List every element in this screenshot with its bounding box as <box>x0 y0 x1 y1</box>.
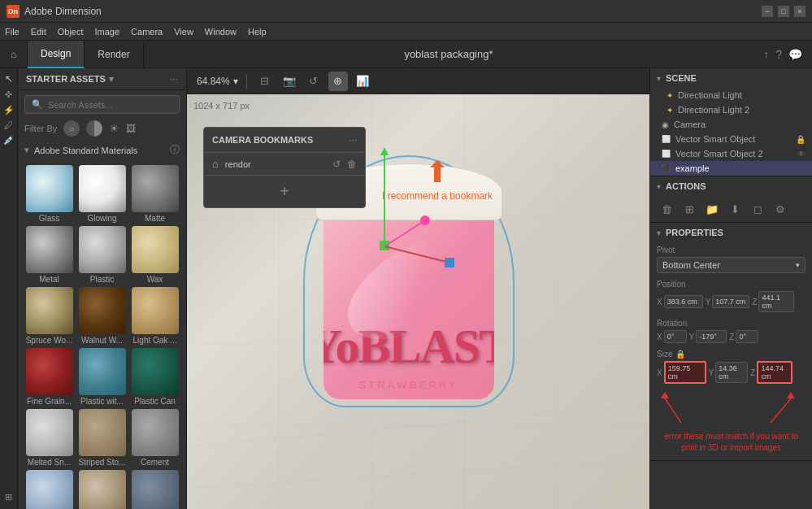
maximize-button[interactable]: □ <box>778 6 789 17</box>
zoom-control[interactable]: 64.84% ▾ <box>197 76 238 87</box>
main-area: ↖ ✜ ⚡ 🖊 💉 ⊞ STARTER ASSETS ▾ ··· 🔍 Filte… <box>0 68 812 509</box>
filter-image-btn[interactable]: 🖼 <box>126 123 136 134</box>
share-icon[interactable]: ↑ <box>763 48 769 61</box>
camera-bookmarks-more[interactable]: ··· <box>349 134 357 146</box>
magic-tool[interactable]: ⚡ <box>3 105 15 115</box>
action-download-btn[interactable]: ⬇ <box>725 199 745 219</box>
bookmark-refresh-btn[interactable]: ↺ <box>332 159 341 170</box>
menu-edit[interactable]: Edit <box>31 27 46 37</box>
menubar: File Edit Object Image Camera View Windo… <box>0 23 812 41</box>
search-input[interactable] <box>48 100 172 110</box>
titlebar: Dn Adobe Dimension − □ × <box>0 0 812 23</box>
object-place-icon[interactable]: ⊕ <box>328 72 348 91</box>
help-icon[interactable]: ? <box>775 48 782 61</box>
materials-section-header[interactable]: ▾ Adobe Standard Materials ⓘ <box>18 138 186 162</box>
menu-view[interactable]: View <box>174 27 193 37</box>
scene-item-example[interactable]: ⬛ example <box>650 161 812 176</box>
search-box: 🔍 <box>24 95 180 114</box>
material-metal[interactable]: Metal <box>24 226 74 284</box>
filter-sun-btn[interactable]: ☀ <box>109 122 119 135</box>
action-duplicate-btn[interactable]: ⊞ <box>680 199 699 219</box>
assets-more-button[interactable]: ··· <box>170 73 178 85</box>
rotation-label: Rotation <box>657 319 805 328</box>
action-settings-btn[interactable]: ⚙ <box>771 199 790 219</box>
properties-section-header[interactable]: ▾ PROPERTIES <box>650 223 812 242</box>
material-extra1[interactable] <box>24 470 74 509</box>
material-plastic[interactable]: Plastic <box>77 226 127 284</box>
pos-y-input[interactable]: 107.7 cm <box>712 295 749 308</box>
material-plasticwith[interactable]: Plastic wit... <box>77 348 127 406</box>
material-lightoak[interactable]: Light Oak ... <box>130 287 180 345</box>
material-finegrain[interactable]: Fine Grain... <box>24 348 74 406</box>
material-matte[interactable]: Matte <box>130 165 180 223</box>
tab-design[interactable]: Design <box>28 41 85 68</box>
bookmark-delete-btn[interactable]: 🗑 <box>347 159 357 170</box>
minimize-button[interactable]: − <box>762 6 773 17</box>
action-delete-btn[interactable]: 🗑 <box>657 199 676 219</box>
home-button[interactable]: ⌂ <box>0 41 28 68</box>
menu-window[interactable]: Window <box>205 27 237 37</box>
rotate-icon[interactable]: ↺ <box>304 72 323 91</box>
rot-z-input[interactable]: 0° <box>736 330 758 343</box>
scene-item-vso2[interactable]: ⬜ Vector Smart Object 2 👁 <box>650 146 812 161</box>
material-glass[interactable]: Glass <box>24 165 74 223</box>
material-extra2[interactable] <box>77 470 127 509</box>
rot-y-input[interactable]: -179° <box>696 330 727 343</box>
size-x-input[interactable]: 159.75 cm <box>664 361 706 384</box>
material-meltedsnow[interactable]: Melted Sn... <box>24 409 74 467</box>
size-y-input[interactable]: 14.36 cm <box>715 362 748 383</box>
material-glowing[interactable]: Glowing <box>77 165 127 223</box>
vso1-icon: ⬜ <box>662 135 671 143</box>
size-lock-icon[interactable]: 🔒 <box>675 350 685 359</box>
menu-image[interactable]: Image <box>95 27 120 37</box>
menu-file[interactable]: File <box>5 27 20 37</box>
pos-z-input[interactable]: 441.1 cm <box>758 291 794 312</box>
bookmark-name: rendor <box>225 159 326 169</box>
rot-x-input[interactable]: 0° <box>664 330 687 343</box>
scene-item-vso1[interactable]: ⬜ Vector Smart Object 🔒 <box>650 132 812 146</box>
menu-help[interactable]: Help <box>248 27 267 37</box>
material-stripedsto[interactable]: Striped Sto... <box>77 409 127 467</box>
rot-y-label: Y <box>689 333 695 342</box>
pos-y-field: Y 107.7 cm <box>706 291 750 312</box>
scene-item-dirlight1[interactable]: ✦ Directional Light <box>650 88 812 102</box>
material-wax[interactable]: Wax <box>130 226 180 284</box>
scene-item-camera[interactable]: ◉ Camera <box>650 117 812 132</box>
menu-camera[interactable]: Camera <box>131 27 163 37</box>
canvas-viewport[interactable]: 1024 x 717 px <box>187 94 649 509</box>
section-info-icon[interactable]: ⓘ <box>170 143 180 157</box>
select-tool[interactable]: ↖ <box>5 73 13 85</box>
filter-circle-btn[interactable]: ○ <box>63 120 80 137</box>
frame-tool-icon[interactable]: ⊟ <box>255 72 275 91</box>
menu-object[interactable]: Object <box>58 27 84 37</box>
material-spruce[interactable]: Spruce Wo... <box>24 287 74 345</box>
sample-tool[interactable]: 💉 <box>3 135 15 146</box>
material-walnut[interactable]: Walnut W... <box>77 287 127 345</box>
render-icon[interactable]: 📊 <box>353 72 372 91</box>
material-cement[interactable]: Cement <box>130 409 180 467</box>
size-z-input[interactable]: 144.74 cm <box>757 361 792 384</box>
actions-section-header[interactable]: ▾ ACTIONS <box>650 176 812 196</box>
scene-item-dirlight2[interactable]: ✦ Directional Light 2 <box>650 102 812 117</box>
size-z-field: Z 144.74 cm <box>750 361 792 384</box>
pivot-dropdown[interactable]: Bottom Center ▾ <box>657 257 805 273</box>
bookmark-hint-text: I recommend a bookmark <box>382 189 493 203</box>
action-material-btn[interactable]: ◻ <box>748 199 767 219</box>
pos-x-input[interactable]: 383.6 cm <box>664 295 703 308</box>
tab-render[interactable]: Render <box>85 41 143 68</box>
scene-section-header[interactable]: ▾ SCENE <box>650 68 812 88</box>
dropdown-chevron[interactable]: ▾ <box>109 74 114 85</box>
svg-marker-19 <box>787 392 795 398</box>
layers-panel-toggle[interactable]: ⊞ <box>5 492 12 502</box>
paint-tool[interactable]: 🖊 <box>4 120 13 130</box>
camera-icon[interactable]: 📷 <box>280 72 299 91</box>
material-extra3[interactable] <box>130 470 180 509</box>
action-group-btn[interactable]: 📁 <box>702 199 722 219</box>
size-x-field: X 159.75 cm <box>657 361 706 384</box>
add-bookmark-btn[interactable]: + <box>280 182 289 200</box>
filter-half-btn[interactable] <box>86 120 102 137</box>
comment-icon[interactable]: 💬 <box>788 48 802 61</box>
transform-tool[interactable]: ✜ <box>5 89 12 100</box>
close-button[interactable]: × <box>794 6 805 17</box>
material-plasticcan[interactable]: Plastic Can <box>130 348 180 406</box>
